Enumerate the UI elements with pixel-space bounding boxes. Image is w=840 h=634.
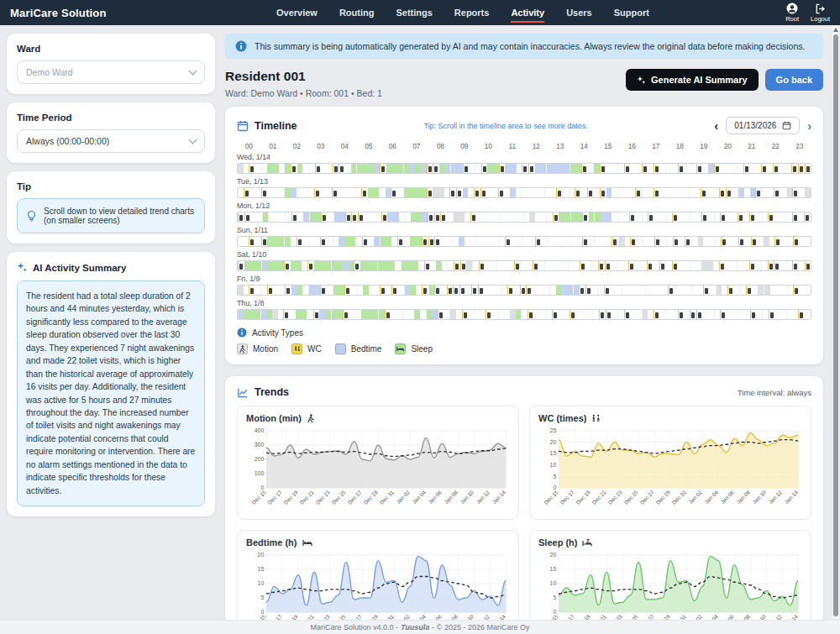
wc-event-marker	[427, 188, 433, 197]
activity-timeline-bar[interactable]	[237, 187, 811, 198]
legend-item-bedtime: Bedtime	[335, 343, 382, 354]
timeline-slot	[643, 237, 649, 246]
charts-grid: Motion (min)0100200300400Dec 15Dec 17Dec…	[237, 406, 811, 620]
hour-label: 02	[285, 142, 309, 150]
root-user-button[interactable]: Root	[785, 3, 799, 23]
nav-item-support[interactable]: Support	[614, 3, 649, 23]
next-date-button[interactable]: ›	[807, 120, 811, 132]
ai-disclaimer-banner: This summary is being automatically gene…	[225, 34, 823, 59]
svg-text:Dec 27: Dec 27	[346, 613, 363, 620]
timeline-slot	[732, 310, 738, 319]
chart-card-sleep: Sleep (h)05101520Dec 15Dec 17Dec 19Dec 2…	[529, 530, 811, 620]
timeline-slot	[586, 261, 592, 270]
timeline-slot	[351, 286, 357, 295]
timeline-slot	[617, 188, 624, 197]
svg-text:Dec 31: Dec 31	[671, 489, 688, 506]
logout-label: Logout	[811, 15, 830, 23]
timeline-slot	[338, 188, 344, 197]
page-layout: Ward Demo Ward Time Period Always (00:00…	[0, 25, 840, 620]
timeline-slot	[546, 164, 553, 173]
hour-label: 08	[428, 142, 453, 150]
timeline-slot	[487, 164, 493, 173]
timeline-slot	[298, 212, 304, 222]
svg-text:Jan 12: Jan 12	[767, 613, 783, 620]
timeline-slot	[558, 164, 564, 173]
svg-text:Dec 17: Dec 17	[559, 489, 575, 506]
wc-event-marker	[522, 164, 528, 173]
timeline-slot	[333, 237, 339, 246]
nav-item-overview[interactable]: Overview	[276, 3, 318, 23]
timeline-slot	[606, 237, 612, 246]
timeline-slot	[756, 310, 762, 319]
timeline-slot	[339, 212, 345, 222]
timeline-slot	[244, 237, 249, 246]
activity-timeline-bar[interactable]	[237, 260, 811, 271]
wc-event-marker	[659, 261, 666, 270]
svg-text:Dec 17: Dec 17	[266, 489, 283, 506]
activity-timeline-bar[interactable]	[237, 285, 811, 296]
timeline-slot	[391, 310, 396, 319]
timeline-slot	[660, 164, 666, 173]
timeline-rows[interactable]: Wed, 1/14Tue, 1/13Mon, 1/12Sun, 1/11Sat,…	[237, 153, 811, 320]
activity-timeline-bar[interactable]	[237, 236, 811, 247]
timeline-slot	[475, 164, 481, 173]
timeline-slot	[404, 286, 411, 295]
timeline-slot	[629, 188, 635, 197]
timeline-slot	[769, 237, 775, 246]
timeline-slot	[696, 261, 702, 270]
activity-timeline-bar[interactable]	[237, 212, 811, 223]
timeline-slot	[799, 212, 805, 222]
scrollbar-up-arrow[interactable]	[833, 28, 838, 32]
wc-event-marker	[481, 164, 488, 173]
wc-event-marker	[792, 188, 799, 197]
logout-button[interactable]: Logout	[811, 3, 830, 23]
activity-timeline-bar[interactable]	[237, 163, 811, 174]
svg-text:Dec 23: Dec 23	[314, 613, 331, 620]
svg-text:Dec 17: Dec 17	[266, 613, 283, 620]
wc-event-marker	[307, 261, 314, 270]
timeline-slot	[485, 286, 491, 295]
timeline-slot	[522, 237, 529, 246]
prev-date-button[interactable]: ‹	[715, 120, 719, 132]
timeline-slot	[611, 261, 617, 270]
wc-event-marker	[599, 310, 606, 319]
timeline-slot	[379, 188, 386, 197]
date-picker[interactable]: 01/13/2026	[726, 117, 800, 134]
timeline-slot	[564, 212, 570, 222]
svg-text:Jan 04: Jan 04	[411, 613, 427, 620]
timeline-slot	[612, 310, 617, 319]
timeline-slot	[660, 212, 666, 222]
timeline-slot	[786, 261, 793, 270]
timeline-slot	[444, 188, 450, 197]
scrollbar[interactable]	[832, 26, 839, 619]
timeline-slot	[762, 188, 769, 197]
info-icon	[237, 327, 247, 338]
ward-select[interactable]: Demo Ward	[17, 60, 205, 84]
timeline-slot	[535, 212, 541, 222]
nav-item-activity[interactable]: Activity	[511, 3, 544, 23]
bulb-icon	[26, 210, 37, 223]
scrollbar-thumb[interactable]	[833, 34, 838, 616]
timeline-slot	[720, 164, 726, 173]
nav-item-reports[interactable]: Reports	[454, 3, 490, 23]
timeline-slot	[476, 212, 483, 222]
wc-event-marker	[768, 261, 774, 270]
timeline-slot	[690, 212, 696, 222]
timeline-slot	[303, 212, 309, 222]
nav-item-users[interactable]: Users	[566, 3, 592, 23]
hour-label: 09	[453, 142, 477, 150]
timeline-slot	[366, 261, 372, 270]
nav-item-settings[interactable]: Settings	[396, 3, 432, 23]
timeline-slot	[630, 164, 636, 173]
timeline-slot	[543, 286, 549, 295]
timeline-slot	[411, 212, 417, 222]
go-back-button[interactable]: Go back	[765, 69, 823, 91]
activity-timeline-bar[interactable]	[237, 309, 811, 320]
timeline-slot	[374, 286, 380, 295]
generate-ai-summary-button[interactable]: Generate AI Summary	[626, 69, 759, 91]
timeline-slot	[714, 212, 721, 222]
nav-item-routing[interactable]: Routing	[339, 3, 375, 23]
chart-card-wc: WC (times)0510152025Dec 15Dec 17Dec 19De…	[529, 406, 811, 520]
timeline-slot	[447, 237, 453, 246]
time-period-select[interactable]: Always (00:00-00:00)	[17, 129, 205, 153]
